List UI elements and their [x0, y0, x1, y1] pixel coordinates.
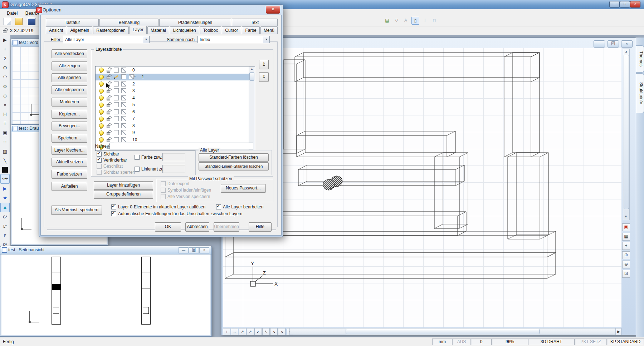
- light-i-tool[interactable]: I*: [1, 231, 9, 240]
- layer-row-10[interactable]: 10: [96, 136, 255, 143]
- layer-visible-bulb-icon[interactable]: [99, 103, 104, 107]
- kopieren-button[interactable]: Kopieren...: [52, 110, 87, 119]
- snap-off-toggle[interactable]: OFF: [0, 174, 10, 184]
- dialog-close-button[interactable]: ✕: [266, 6, 280, 14]
- dimension-tool[interactable]: H: [1, 110, 9, 119]
- view-iso-se2-button[interactable]: ↘: [278, 328, 286, 335]
- layer-row-9[interactable]: 9: [96, 129, 255, 137]
- layer-linestyle-checkbox[interactable]: [121, 137, 126, 142]
- layer-color-checkbox[interactable]: [114, 68, 119, 73]
- layer-unlocked-icon[interactable]: [106, 116, 111, 121]
- layer-row-0[interactable]: 0: [96, 66, 255, 74]
- tab-layer[interactable]: Layer: [130, 26, 147, 34]
- wand-tool[interactable]: ★: [1, 193, 9, 202]
- zoom-out-button[interactable]: ⊖: [622, 261, 630, 268]
- trim-tool[interactable]: ×: [1, 100, 9, 109]
- layer-unlocked-icon[interactable]: [106, 102, 111, 107]
- select-tool[interactable]: ▶: [1, 35, 9, 44]
- grid-toggle-button[interactable]: ▦: [622, 233, 630, 241]
- layer-löschen-button[interactable]: Layer löschen...: [52, 146, 87, 155]
- gruppe-definieren-button[interactable]: Gruppe definieren: [94, 190, 153, 199]
- layer-color-checkbox[interactable]: [114, 95, 119, 100]
- side-view-canvas[interactable]: [1, 254, 210, 335]
- tab-farbe[interactable]: Farbe: [242, 26, 259, 34]
- text-style-icon[interactable]: A: [402, 17, 409, 24]
- alle-layer-bearbeiten-checkbox[interactable]: Alle Layer bearbeiten: [216, 204, 263, 209]
- alle-entsperren-button[interactable]: Alle entsperren: [52, 85, 87, 94]
- ok-button[interactable]: OK: [155, 222, 181, 232]
- 3d-horizontal-scrollbar[interactable]: [289, 328, 616, 335]
- 3d-minimize-button[interactable]: —: [594, 40, 605, 48]
- filter-select[interactable]: Alle Layer▼: [63, 36, 150, 43]
- light-l-tool[interactable]: L*: [1, 222, 9, 231]
- vertical-scroll-thumb[interactable]: [624, 55, 629, 209]
- view-iso-ne-button[interactable]: ↗: [239, 328, 246, 335]
- layer-row-2[interactable]: 2: [96, 80, 255, 88]
- layer-color-checkbox[interactable]: [114, 109, 119, 114]
- alle-sperren-button[interactable]: Alle sperren: [52, 73, 87, 82]
- layer-visible-bulb-icon[interactable]: [99, 130, 104, 135]
- tab-strukturinfo[interactable]: Strukturinfo: [636, 73, 644, 113]
- speichern-button[interactable]: Speichern...: [52, 134, 87, 143]
- rounded-rect-tool[interactable]: O: [1, 63, 9, 72]
- tab-ansicht[interactable]: Ansicht: [46, 26, 66, 34]
- als-voreinst-button[interactable]: Als Voreinst. speichern: [51, 206, 102, 215]
- filter-icon[interactable]: ▽: [393, 17, 400, 24]
- maximize-button[interactable]: □: [620, 1, 630, 8]
- layer-linestyle-checkbox[interactable]: [121, 81, 126, 86]
- layer-list[interactable]: 0*12345678910 ▲ ▼: [95, 66, 255, 151]
- coord-lock-icon[interactable]: [3, 28, 8, 33]
- layer-unlocked-icon[interactable]: [106, 109, 111, 114]
- markieren-button[interactable]: Markieren: [52, 98, 87, 107]
- layer-linestyle-checkbox[interactable]: [121, 109, 126, 114]
- tab-cursor[interactable]: Cursor: [222, 26, 241, 34]
- 3d-vertical-scrollbar[interactable]: ▲ ▼: [623, 49, 630, 220]
- veraenderbar-checkbox[interactable]: Veränderbar: [97, 158, 127, 163]
- layer-visible-bulb-icon[interactable]: [99, 68, 104, 72]
- layer-move-down-button[interactable]: ↧: [259, 72, 269, 82]
- auto-einstellungen-checkbox[interactable]: Automatische Einstellungen für das Umsch…: [111, 211, 243, 216]
- view-right-button[interactable]: →: [231, 328, 238, 335]
- layer-color-checkbox[interactable]: [114, 130, 119, 135]
- standard-farben-loeschen-button[interactable]: Standard-Farben löschen: [199, 153, 269, 162]
- layer-visible-bulb-icon[interactable]: [99, 123, 104, 128]
- view-up-button[interactable]: ↑: [223, 328, 230, 335]
- layer-row-5[interactable]: 5: [96, 102, 255, 109]
- layer0-checkbox[interactable]: Layer 0-Elemente im aktuellen Layer aufl…: [111, 204, 205, 209]
- select-mode-tool[interactable]: ▶: [1, 184, 9, 193]
- polygon-tool[interactable]: ◇: [1, 91, 9, 100]
- aktuell-setzen-button[interactable]: Aktuell setzen: [52, 158, 87, 167]
- material-library-icon[interactable]: ▤: [384, 17, 391, 24]
- view-iso-ne2-button[interactable]: ↗: [247, 328, 254, 335]
- layer-color-checkbox[interactable]: [114, 137, 119, 142]
- layer-linestyle-checkbox[interactable]: [121, 116, 126, 121]
- layer-unlocked-icon[interactable]: [106, 123, 111, 128]
- tab-menü[interactable]: Menü: [260, 26, 278, 34]
- tab-text[interactable]: Text: [232, 19, 278, 26]
- side-close-button[interactable]: ×: [199, 247, 209, 253]
- layer-row-4[interactable]: 4: [96, 94, 255, 102]
- light-g-tool[interactable]: G*: [1, 213, 9, 222]
- layer-linestyle-checkbox[interactable]: [121, 130, 126, 135]
- list-scroll-thumb[interactable]: [249, 72, 254, 81]
- render-mode-tool[interactable]: ▲: [0, 203, 10, 212]
- lock-toggle-icon[interactable]: ⊓: [431, 17, 438, 24]
- line-tool[interactable]: ╲: [1, 156, 9, 165]
- tab-lichtquellen[interactable]: Lichtquellen: [170, 26, 199, 34]
- layer-color-checkbox[interactable]: [114, 88, 119, 93]
- tab-pfadeinstellungen[interactable]: Pfadeinstellungen: [159, 19, 231, 26]
- close-button[interactable]: ×: [630, 1, 640, 8]
- alle-verstecken-button[interactable]: Alle verstecken: [52, 49, 87, 58]
- point-tool[interactable]: ∷: [1, 138, 9, 147]
- side-view-titlebar[interactable]: test : Seitenansicht — 回 ×: [0, 246, 211, 254]
- layer-visible-bulb-icon[interactable]: [99, 137, 104, 142]
- bewegen-button[interactable]: Bewegen...: [52, 122, 87, 130]
- side-restore-button[interactable]: 回: [189, 247, 199, 253]
- layer-move-up-button[interactable]: ↥: [259, 60, 269, 69]
- layer-hinzufuegen-button[interactable]: Layer hinzufügen: [94, 181, 153, 190]
- arc-tool[interactable]: ◠: [1, 73, 9, 81]
- scroll-down-icon[interactable]: ▼: [623, 214, 629, 219]
- 3d-restore-button[interactable]: 回: [608, 40, 619, 48]
- farbe-setzen-button[interactable]: Farbe setzen: [52, 170, 87, 179]
- tab-rasteroptionen[interactable]: Rasteroptionen: [93, 26, 128, 34]
